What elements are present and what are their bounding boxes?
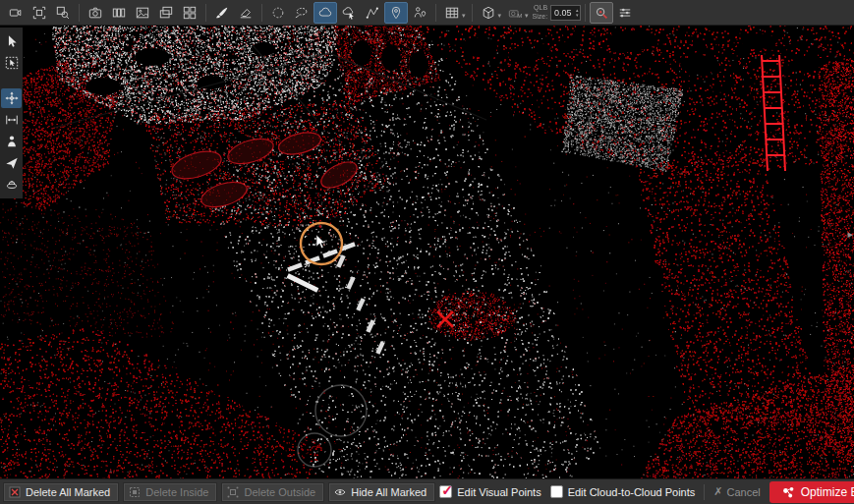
- bottom-separator: [704, 484, 705, 500]
- view-cube-button[interactable]: [477, 2, 500, 24]
- toolbar-separator: [435, 4, 436, 22]
- button-label: Delete Outside: [244, 486, 315, 498]
- left-tool-column: [0, 28, 23, 198]
- delete-marked-icon: [9, 486, 21, 498]
- magnifier-red-icon: [595, 6, 608, 20]
- person-pin-icon: [413, 6, 427, 20]
- spin-down-icon[interactable]: ▾: [576, 13, 579, 18]
- bottom-toolbar: Delete All Marked Delete Inside Delete O…: [0, 478, 854, 504]
- point-cloud-viewport[interactable]: ▸: [0, 26, 854, 478]
- delete-all-marked-button[interactable]: Delete All Marked: [3, 482, 119, 502]
- cursor-box-icon: [5, 56, 19, 70]
- camera-m-dropdown[interactable]: ▾: [525, 12, 529, 20]
- view-cube-dropdown[interactable]: ▾: [498, 12, 502, 20]
- lasso-icon: [295, 6, 309, 20]
- move-target-icon: [5, 91, 19, 105]
- toolbar-separator: [79, 4, 80, 22]
- zoom-window-icon: [56, 6, 70, 20]
- table-view-dropdown[interactable]: ▾: [462, 12, 466, 20]
- checkbox-box[interactable]: ✓: [439, 485, 452, 498]
- button-label: Hide All Marked: [351, 486, 427, 498]
- adjust-sliders-button[interactable]: [613, 2, 637, 24]
- eraser-button[interactable]: [234, 2, 257, 24]
- qlb-size-value[interactable]: 0.05: [554, 8, 574, 18]
- camera-3d-button[interactable]: [4, 2, 28, 24]
- checkbox-label: Edit Visual Points: [457, 486, 541, 498]
- bundle-cluster-icon: [781, 485, 795, 499]
- fit-view-button[interactable]: [28, 2, 51, 24]
- eye-icon: [334, 486, 346, 498]
- map-pin-icon: [389, 6, 403, 20]
- paper-plane-icon: [5, 156, 19, 170]
- find-points-button[interactable]: [590, 2, 613, 24]
- optimize-label: Optimize Bundle: [801, 485, 854, 499]
- close-icon: ✗: [713, 485, 722, 498]
- box-select-button[interactable]: [1, 53, 22, 73]
- sliders-icon: [618, 6, 632, 20]
- button-label: Delete All Marked: [26, 486, 110, 498]
- point-cloud-canvas[interactable]: [0, 26, 854, 478]
- cancel-button[interactable]: ✗ Cancel: [713, 485, 760, 498]
- camera-icon: [88, 6, 102, 20]
- navigate-button[interactable]: [1, 153, 22, 173]
- measure-button[interactable]: [1, 110, 22, 130]
- image-icon: [136, 6, 149, 20]
- orbit-target-button[interactable]: [1, 88, 22, 108]
- image-button[interactable]: [131, 2, 154, 24]
- circle-select-button[interactable]: [266, 2, 290, 24]
- fly-mode-button[interactable]: [1, 175, 22, 195]
- person-pin-button[interactable]: [408, 2, 431, 24]
- svg-text:M: M: [517, 11, 522, 18]
- pin-button[interactable]: [384, 2, 408, 24]
- checkbox-box[interactable]: ✓: [550, 485, 563, 498]
- panorama-icon: [112, 6, 126, 20]
- thumbnails-button[interactable]: [178, 2, 201, 24]
- street-view-button[interactable]: [1, 132, 22, 151]
- lasso-select-button[interactable]: [290, 2, 313, 24]
- optimize-bundle-button[interactable]: Optimize Bundle: [769, 481, 854, 503]
- paint-brush-button[interactable]: [210, 2, 234, 24]
- cloud-pointer-button[interactable]: [337, 2, 361, 24]
- delete-outside-button[interactable]: Delete Outside: [221, 482, 324, 502]
- delete-outside-icon: [227, 486, 239, 498]
- select-cursor-button[interactable]: [1, 31, 22, 51]
- fly-mode-icon: [5, 178, 19, 192]
- delete-inside-icon: [129, 486, 141, 498]
- person-icon: [5, 135, 19, 148]
- cursor-icon: [5, 34, 19, 48]
- toolbar-separator: [205, 4, 206, 22]
- circle-select-icon: [271, 6, 285, 20]
- qlb-size-label: QLB Size:: [533, 4, 548, 20]
- brush-icon: [215, 6, 229, 20]
- app-window: ▾ ▾ M ▾ QLB Size: 0.05 ▴ ▾: [0, 0, 854, 504]
- table-icon: [445, 6, 459, 20]
- fit-view-icon: [32, 6, 46, 20]
- delete-inside-button[interactable]: Delete Inside: [123, 482, 217, 502]
- eraser-icon: [239, 6, 253, 20]
- cloud-pointer-icon: [342, 6, 356, 20]
- right-panel-expander[interactable]: ▸: [847, 228, 853, 241]
- zoom-window-button[interactable]: [51, 2, 75, 24]
- edit-cloud-to-cloud-checkbox[interactable]: ✓ Edit Cloud-to-Cloud Points: [550, 485, 696, 498]
- polyline-button[interactable]: [361, 2, 384, 24]
- cube-icon: [482, 6, 495, 20]
- hide-all-marked-button[interactable]: Hide All Marked: [328, 482, 435, 502]
- camera-m-button[interactable]: M: [503, 2, 527, 24]
- panorama-button[interactable]: [107, 2, 131, 24]
- cancel-label: Cancel: [727, 486, 761, 498]
- image-stack-button[interactable]: [154, 2, 178, 24]
- bottom-right-cluster: ✓ Edit Visual Points ✓ Edit Cloud-to-Clo…: [439, 479, 854, 504]
- table-view-button[interactable]: [440, 2, 464, 24]
- toolbar-separator: [472, 4, 473, 22]
- qlb-size-input[interactable]: 0.05 ▴ ▾: [550, 5, 581, 21]
- cloud-select-button[interactable]: [313, 2, 337, 24]
- qlb-size-spinner[interactable]: ▴ ▾: [576, 8, 579, 18]
- edit-visual-points-checkbox[interactable]: ✓ Edit Visual Points: [439, 485, 541, 498]
- check-icon: ✓: [441, 482, 453, 498]
- camera-m-icon: M: [508, 6, 522, 20]
- photo-camera-button[interactable]: [84, 2, 107, 24]
- toolbar-separator: [585, 4, 586, 22]
- video-camera-icon: [9, 6, 23, 20]
- measure-icon: [5, 113, 19, 127]
- polyline-icon: [366, 6, 379, 20]
